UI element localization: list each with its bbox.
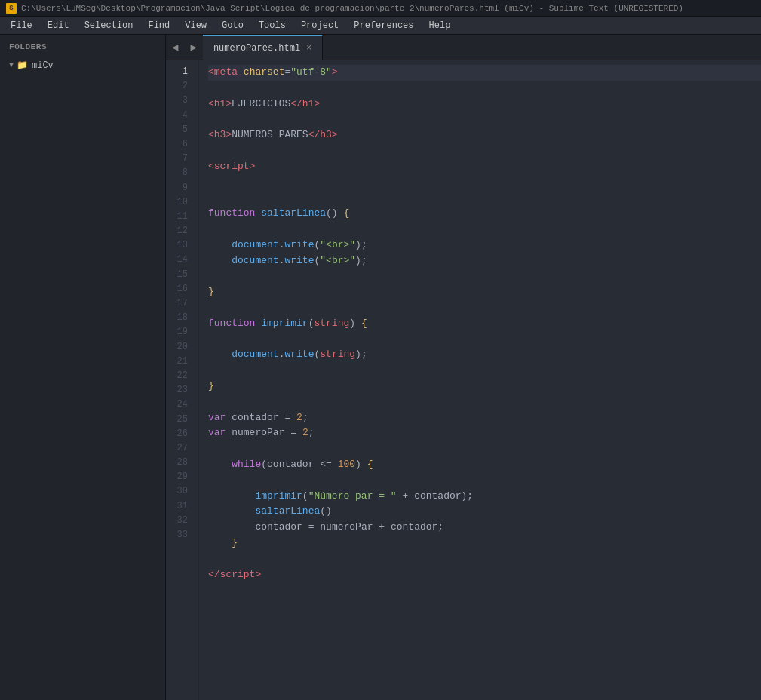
- menu-find[interactable]: Find: [140, 18, 177, 33]
- code-line-16[interactable]: ​: [208, 300, 761, 316]
- line-number-22: 22: [166, 369, 192, 383]
- code-line-11[interactable]: ​: [208, 222, 761, 238]
- menu-preferences[interactable]: Preferences: [346, 18, 421, 33]
- code-line-21[interactable]: }: [208, 379, 761, 395]
- line-number-1: 1: [166, 65, 192, 79]
- tab-numeropares[interactable]: numeroPares.html ×: [203, 35, 323, 60]
- line-number-19: 19: [166, 325, 192, 339]
- line-number-4: 4: [166, 109, 192, 123]
- sidebar: FOLDERS ▼ 📁 miCv: [0, 35, 166, 700]
- menu-selection[interactable]: Selection: [77, 18, 141, 33]
- line-number-7: 7: [166, 152, 192, 166]
- folder-icon: 📁: [17, 60, 28, 71]
- code-line-24[interactable]: var numeroPar = 2;: [208, 425, 761, 441]
- line-number-30: 30: [166, 484, 192, 499]
- line-number-29: 29: [166, 470, 192, 484]
- code-line-14[interactable]: ​: [208, 269, 761, 284]
- code-line-6[interactable]: ​: [208, 143, 761, 159]
- line-number-23: 23: [166, 383, 192, 398]
- folder-arrow-icon: ▼: [9, 61, 14, 69]
- line-number-8: 8: [166, 166, 192, 180]
- window-title: C:\Users\LuMSeg\Desktop\Programacion\Jav…: [21, 4, 683, 13]
- line-number-3: 3: [166, 94, 192, 108]
- code-line-20[interactable]: ​: [208, 363, 761, 379]
- main-layout: FOLDERS ▼ 📁 miCv ◀ ▶ numeroPares.html × …: [0, 35, 761, 700]
- code-line-12[interactable]: document.write("<br>");: [208, 238, 761, 253]
- code-line-28[interactable]: imprimir("Número par = " + contador);: [208, 489, 761, 505]
- line-number-6: 6: [166, 137, 192, 152]
- code-line-1[interactable]: <meta charset="utf-8">: [208, 65, 761, 81]
- menu-project[interactable]: Project: [293, 18, 346, 33]
- line-number-20: 20: [166, 340, 192, 355]
- menu-goto[interactable]: Goto: [214, 18, 251, 33]
- tab-nav-left[interactable]: ◀: [166, 35, 184, 60]
- code-line-29[interactable]: saltarLinea(): [208, 504, 761, 520]
- code-editor[interactable]: <meta charset="utf-8">​<h1>EJERCICIOS</h…: [199, 60, 761, 700]
- line-number-28: 28: [166, 456, 192, 470]
- line-number-16: 16: [166, 282, 192, 296]
- code-line-31[interactable]: }: [208, 536, 761, 551]
- folder-name: miCv: [32, 60, 54, 71]
- line-number-9: 9: [166, 181, 192, 195]
- line-number-5: 5: [166, 123, 192, 137]
- code-line-13[interactable]: document.write("<br>");: [208, 253, 761, 269]
- tabbar: ◀ ▶ numeroPares.html ×: [166, 35, 761, 60]
- line-number-18: 18: [166, 311, 192, 325]
- code-line-2[interactable]: ​: [208, 81, 761, 97]
- code-line-17[interactable]: function imprimir(string) {: [208, 316, 761, 332]
- line-number-31: 31: [166, 499, 192, 514]
- code-line-7[interactable]: <script>: [208, 159, 761, 175]
- menu-help[interactable]: Help: [422, 18, 459, 33]
- code-line-30[interactable]: contador = numeroPar + contador;: [208, 520, 761, 536]
- tab-nav-right[interactable]: ▶: [184, 35, 202, 60]
- code-line-22[interactable]: ​: [208, 395, 761, 410]
- menu-view[interactable]: View: [177, 18, 214, 33]
- folder-micv[interactable]: ▼ 📁 miCv: [0, 57, 165, 73]
- line-number-33: 33: [166, 528, 192, 542]
- tab-close-button[interactable]: ×: [306, 44, 311, 53]
- code-line-5[interactable]: <h3>NUMEROS PARES</h3>: [208, 127, 761, 143]
- code-line-4[interactable]: ​: [208, 112, 761, 127]
- app-icon: S: [6, 3, 17, 14]
- code-line-3[interactable]: <h1>EJERCICIOS</h1>: [208, 97, 761, 112]
- code-line-25[interactable]: ​: [208, 441, 761, 457]
- line-number-14: 14: [166, 253, 192, 267]
- folders-header: FOLDERS: [0, 35, 165, 57]
- line-number-2: 2: [166, 79, 192, 94]
- menu-file[interactable]: File: [3, 18, 40, 33]
- code-line-15[interactable]: }: [208, 284, 761, 300]
- code-line-8[interactable]: ​: [208, 175, 761, 191]
- line-number-15: 15: [166, 268, 192, 282]
- menu-tools[interactable]: Tools: [251, 18, 293, 33]
- line-number-11: 11: [166, 210, 192, 224]
- code-container[interactable]: 1234567891011121314151617181920212223242…: [166, 60, 761, 700]
- code-line-27[interactable]: ​: [208, 473, 761, 489]
- line-number-10: 10: [166, 195, 192, 210]
- menubar: File Edit Selection Find View Goto Tools…: [0, 17, 761, 35]
- code-line-19[interactable]: document.write(string);: [208, 347, 761, 363]
- code-line-33[interactable]: </script>: [208, 567, 761, 583]
- editor-area: ◀ ▶ numeroPares.html × 12345678910111213…: [166, 35, 761, 700]
- line-number-32: 32: [166, 514, 192, 528]
- titlebar: S C:\Users\LuMSeg\Desktop\Programacion\J…: [0, 0, 761, 17]
- line-number-24: 24: [166, 398, 192, 412]
- menu-edit[interactable]: Edit: [40, 18, 77, 33]
- code-line-9[interactable]: ​: [208, 190, 761, 206]
- line-number-27: 27: [166, 441, 192, 456]
- line-numbers: 1234567891011121314151617181920212223242…: [166, 60, 199, 700]
- code-line-10[interactable]: function saltarLinea() {: [208, 206, 761, 222]
- line-number-13: 13: [166, 238, 192, 253]
- code-line-18[interactable]: ​: [208, 332, 761, 348]
- line-number-17: 17: [166, 296, 192, 311]
- code-line-23[interactable]: var contador = 2;: [208, 410, 761, 426]
- tab-filename: numeroPares.html: [213, 43, 300, 54]
- code-line-32[interactable]: ​: [208, 551, 761, 567]
- line-number-26: 26: [166, 427, 192, 441]
- line-number-21: 21: [166, 355, 192, 369]
- line-number-12: 12: [166, 224, 192, 238]
- code-line-26[interactable]: while(contador <= 100) {: [208, 457, 761, 473]
- line-number-25: 25: [166, 413, 192, 427]
